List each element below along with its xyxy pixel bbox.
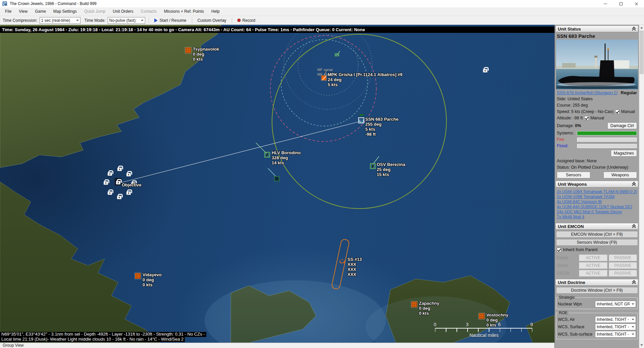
unit-label: HLV Borodino328 deg14 kts [272,150,301,165]
speed-manual-checkbox[interactable] [615,110,620,114]
panel-title: Unit Doctrine [558,280,585,285]
sidebar-scrollbar[interactable] [639,25,644,348]
panel-title: Unit EMCON [558,224,584,229]
time-mode-select[interactable]: No-pulse (fast) [108,17,145,24]
speed-label: Speed: 5 kts (Creep - No-Cav) [557,109,613,114]
refpoint-lock-icon[interactable] [483,69,487,72]
menu-quick-jump: Quick Jump [80,7,109,16]
weapon-link[interactable]: 2x UGM-109B Tomahawk TASM [557,194,637,199]
altitude-manual-checkbox[interactable] [584,116,589,120]
inherit-parent-checkbox[interactable] [557,248,561,252]
record-label: Record [243,18,256,23]
close-button[interactable] [629,0,644,7]
custom-overlay-button[interactable]: Custom Overlay [196,17,228,24]
objective-lock-icon[interactable] [116,181,120,184]
collapse-chevron-icon[interactable] [632,280,636,284]
record-button[interactable]: Record [235,17,258,24]
menu-missions-ref-points[interactable]: Missions + Ref. Points [160,7,208,16]
minimize-button[interactable] [598,0,613,7]
installation-icon [412,302,417,307]
collapse-chevron-icon[interactable] [632,182,636,186]
collapse-chevron-icon[interactable] [632,27,636,31]
unit-doctrine-header[interactable]: Unit Doctrine [555,279,638,286]
weapon-link[interactable]: 4x UUM-44A SUBROC [10kT Nuclear DC] [557,205,637,210]
menu-view[interactable]: View [15,7,31,16]
unit-weapons-header[interactable]: Unit Weapons [555,181,638,187]
refpoint-lock-icon[interactable] [108,191,112,195]
map-unit-grisha[interactable]: MPK Grisha I [Pr.1124.1 Albatros] #924 d… [321,75,326,80]
coord-line-2: Local time 21:19 (Dusk)- Weather Light m… [0,337,185,342]
refpoint-lock-icon[interactable] [117,168,122,171]
maximize-icon [620,2,623,5]
map-unit-tsypnavolok[interactable]: Tsypnavolok0 deg0 kts [185,48,191,53]
refpoint-lock-icon[interactable] [108,172,112,176]
menu-help[interactable]: Help [208,7,223,16]
app-window: The Crown Jewels, 1986 - Command - Build… [0,0,644,348]
scale-caption: Nautical miles [435,333,533,338]
refpoint-lock-icon[interactable] [126,173,131,176]
map-unit-vostochny[interactable]: Vostochny0 deg0 kts [479,313,484,319]
wcs-subsurface-select[interactable]: Inherited, TIGHT - [595,331,636,338]
friendly-ship-icon [264,152,270,158]
maximize-button[interactable] [613,0,629,7]
own-submarine-icon [358,117,364,123]
map-overlay-svg [0,25,554,343]
radar-passive-button[interactable]: PASSIVE [609,254,637,261]
chevron-down-icon [632,334,634,336]
nuclear-wpn-select[interactable]: Inherited, NOT GR [595,301,636,307]
sub-contact-marker[interactable] [340,260,344,263]
map-unit-zapachny[interactable]: Zapachny0 deg0 kts [412,302,417,307]
unit-emcon-header[interactable]: Unit EMCON [555,223,638,230]
emcon-window-button[interactable]: EMCON Window (Ctrl + F9) [556,231,638,238]
weapons-button[interactable]: Weapons [603,172,637,178]
time-compression-select[interactable]: 1 sec (real-time) [40,17,80,24]
weapon-link[interactable]: 4x UGM-84C Harpoon IB [557,199,637,205]
map-contact-small[interactable] [335,53,339,56]
sensors-button[interactable]: Sensors [557,172,590,178]
oecm-active-button[interactable]: ACTIVE [579,270,607,277]
friendly-ship-icon [370,163,376,169]
refpoint-lock-icon[interactable] [117,196,121,199]
weapon-link[interactable]: 7x Mk48 Mod 4 [557,215,637,220]
unit-class-link[interactable]: SSN 678 Archerfish [Sturgeon Cl [557,91,618,95]
oecm-passive-button[interactable]: PASSIVE [609,270,637,277]
refpoint-lock-icon[interactable] [126,191,131,195]
radar-active-button[interactable]: ACTIVE [579,254,607,261]
time-mode-value: No-pulse (fast) [109,18,136,23]
menu-file[interactable]: File [1,7,15,16]
wcs-surface-select[interactable]: Inherited, TIGHT - [595,324,636,330]
sensors-window-button[interactable]: Sensors Window (F9) [556,239,638,246]
unit-label: OSV Berezina25 deg15 kts [377,162,405,177]
scrollbar-thumb[interactable] [640,31,644,74]
wcs-surface-label: WCS, Surface [558,325,584,329]
sonar-active-button[interactable]: ACTIVE [579,262,607,269]
damage-ctrl-button[interactable]: Damage Ctrl [607,122,637,129]
scroll-up-arrow[interactable] [639,25,644,30]
start-resume-button[interactable]: Start / Resume [152,17,189,24]
side-label: Side: United States [555,96,639,102]
contact-icon [335,53,339,56]
wcs-subsurface-value: Inherited, TIGHT - [597,332,629,337]
map-contact-sub[interactable] [274,176,279,181]
refpoint-lock-icon[interactable] [104,181,108,185]
magazines-button[interactable]: Magazines [611,150,637,157]
menu-map-settings[interactable]: Map Settings [50,7,80,16]
weapon-link[interactable]: 2x UGM-109A Tomahawk TLAM-N [W80-0 200k [557,189,637,194]
map-unit-berezina[interactable]: OSV Berezina25 deg15 kts [370,163,376,169]
collapse-chevron-icon[interactable] [632,224,636,228]
menu-unit-orders[interactable]: Unit Orders [109,7,137,16]
tactical-map[interactable]: Time: Sunday, 26 August 1984 - Zulu: 19:… [0,25,554,343]
doctrine-window-button[interactable]: Doctrine Window (Ctrl + F9) [556,287,638,294]
weapon-list: 2x UGM-109A Tomahawk TLAM-N [W80-0 200k … [555,187,639,222]
unit-status-header[interactable]: Unit Status [555,25,638,32]
proficiency-label: Regular [621,90,637,95]
wcs-air-select[interactable]: Inherited, TIGHT - [595,316,636,323]
weapon-link[interactable]: 24x ADC Mk2 Mod 0 Torpedo Decoy [557,210,637,215]
inherit-parent-label: Inherit from Parent [563,247,598,252]
map-unit-parche[interactable]: SSN 683 Parche255 deg5 kts-98 ft [358,117,364,123]
scroll-down-arrow[interactable] [639,343,644,348]
menu-game[interactable]: Game [31,7,50,16]
sonar-passive-button[interactable]: PASSIVE [609,262,637,269]
map-unit-vidayevo[interactable]: Vidayevo0 deg0 kts [135,273,141,279]
map-unit-borodino[interactable]: HLV Borodino328 deg14 kts [264,152,270,158]
